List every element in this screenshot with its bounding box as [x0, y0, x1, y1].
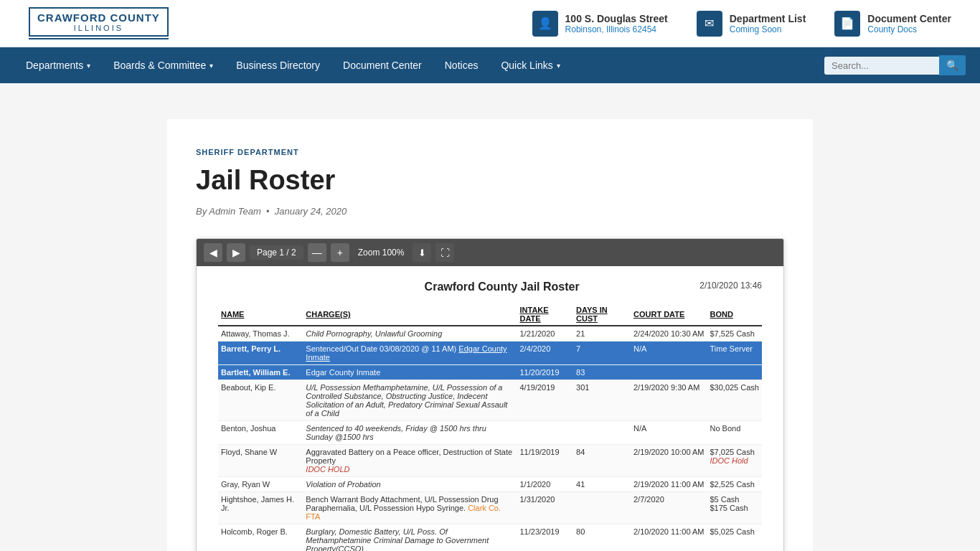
- dept-icon: ✉: [697, 11, 722, 37]
- table-row: Bartlett, William E.Edgar County Inmate1…: [218, 365, 762, 380]
- nav-document-center[interactable]: Document Center: [331, 47, 433, 83]
- col-intake: INTAKE DATE: [517, 303, 574, 326]
- header-link-dept[interactable]: ✉ Department List Coming Soon: [697, 11, 806, 37]
- address-subtitle: Robinson, Illinois 62454: [565, 24, 668, 34]
- cell-charge: Aggravated Battery on a Peace officer, D…: [303, 445, 517, 477]
- cell-bond: Time Server: [707, 342, 762, 365]
- logo-underline: [29, 38, 169, 39]
- cell-court: N/A: [631, 421, 707, 445]
- fullscreen-button[interactable]: ⛶: [435, 243, 454, 262]
- cell-intake: 1/21/2020: [517, 326, 574, 342]
- dept-subtitle: Coming Soon: [730, 24, 806, 34]
- cell-bond: $30,025 Cash: [707, 380, 762, 421]
- table-row: Holcomb, Roger B.Burglary, Domestic Batt…: [218, 524, 762, 552]
- logo-subtitle: ILLINOIS: [37, 24, 160, 32]
- cell-name: Hightshoe, James H. Jr.: [218, 492, 303, 524]
- search-input[interactable]: [824, 57, 939, 75]
- cell-court: 2/7/2020: [631, 492, 707, 524]
- zoom-in-button[interactable]: +: [331, 243, 349, 262]
- cell-bond: $7,525 Cash: [707, 326, 762, 342]
- address-icon: 👤: [532, 11, 558, 37]
- cell-days: 80: [573, 524, 631, 552]
- col-court: COURT DATE: [631, 303, 707, 326]
- cell-intake: 2/4/2020: [517, 342, 574, 365]
- header-link-address[interactable]: 👤 100 S. Douglas Street Robinson, Illino…: [532, 11, 668, 37]
- col-days: DAYS IN CUST: [573, 303, 631, 326]
- cell-name: Gray, Ryan W: [218, 477, 303, 492]
- dept-label: SHERIFF DEPARTMENT: [196, 148, 784, 156]
- cell-name: Bartlett, William E.: [218, 365, 303, 380]
- cell-court: 2/24/2020 10:30 AM: [631, 326, 707, 342]
- address-title: 100 S. Douglas Street: [565, 13, 668, 24]
- nav-business[interactable]: Business Directory: [225, 47, 331, 83]
- cell-bond: $5 Cash$175 Cash: [707, 492, 762, 524]
- docs-title: Document Center: [867, 13, 951, 24]
- cell-charge: Sentenced to 40 weekends, Friday @ 1500 …: [303, 421, 517, 445]
- page-indicator: Page 1 / 2: [250, 245, 303, 260]
- cell-days: [573, 492, 631, 524]
- cell-court: 2/19/2020 10:00 AM: [631, 445, 707, 477]
- dept-title: Department List: [730, 13, 806, 24]
- table-row: Floyd, Shane WAggravated Battery on a Pe…: [218, 445, 762, 477]
- nav-search-area[interactable]: 🔍: [824, 55, 966, 75]
- cell-charge: Violation of Probation: [303, 477, 517, 492]
- zoom-label: Zoom 100%: [354, 248, 409, 258]
- docs-icon: 📄: [834, 11, 860, 37]
- download-button[interactable]: ⬇: [413, 243, 431, 262]
- cell-bond: No Bond: [707, 421, 762, 445]
- cell-bond: $5,025 Cash: [707, 524, 762, 552]
- cell-bond: [707, 365, 762, 380]
- cell-intake: [517, 421, 574, 445]
- table-row: Hightshoe, James H. Jr.Bench Warrant Bod…: [218, 492, 762, 524]
- search-button[interactable]: 🔍: [939, 55, 966, 75]
- col-charges: CHARGE(S): [303, 303, 517, 326]
- cell-charge: Edgar County Inmate: [303, 365, 517, 380]
- cell-charge: Burglary, Domestic Battery, U/L Poss. Of…: [303, 524, 517, 552]
- nav-departments[interactable]: Departments ▾: [14, 47, 102, 83]
- header-link-docs[interactable]: 📄 Document Center County Docs: [834, 11, 951, 37]
- doc-toolbar: ◀ ▶ Page 1 / 2 — + Zoom 100% ⬇ ⛶: [197, 239, 783, 266]
- cell-days: 21: [573, 326, 631, 342]
- cell-days: 301: [573, 380, 631, 421]
- cell-days: [573, 421, 631, 445]
- next-page-button[interactable]: ▶: [227, 243, 245, 262]
- cell-intake: 11/23/2019: [517, 524, 574, 552]
- cell-name: Floyd, Shane W: [218, 445, 303, 477]
- cell-court: 2/10/2020 11:00 AM: [631, 524, 707, 552]
- cell-court: 2/19/2020 11:00 AM: [631, 477, 707, 492]
- cell-days: 84: [573, 445, 631, 477]
- cell-intake: 11/20/2019: [517, 365, 574, 380]
- cell-intake: 1/31/2020: [517, 492, 574, 524]
- table-row: Benton, JoshuaSentenced to 40 weekends, …: [218, 421, 762, 445]
- table-row: Beabout, Kip E.U/L Possession Methamphet…: [218, 380, 762, 421]
- doc-title: Crawford County Jail Roster: [304, 281, 699, 293]
- cell-name: Barrett, Perry L.: [218, 342, 303, 365]
- cell-court: N/A: [631, 342, 707, 365]
- nav-quicklinks[interactable]: Quick Links ▾: [489, 47, 571, 83]
- cell-intake: 11/19/2019: [517, 445, 574, 477]
- logo[interactable]: CRAWFORD COUNTY ILLINOIS: [29, 7, 169, 39]
- nav-boards[interactable]: Boards & Committee ▾: [102, 47, 225, 83]
- chevron-down-icon: ▾: [209, 62, 213, 70]
- cell-court: 2/19/2020 9:30 AM: [631, 380, 707, 421]
- cell-days: 7: [573, 342, 631, 365]
- cell-bond: $2,525 Cash: [707, 477, 762, 492]
- cell-days: 41: [573, 477, 631, 492]
- cell-court: [631, 365, 707, 380]
- cell-charge: Child Pornography, Unlawful Grooming: [303, 326, 517, 342]
- nav-notices[interactable]: Notices: [433, 47, 490, 83]
- cell-bond: $7,025 CashIDOC Hold: [707, 445, 762, 477]
- docs-subtitle: County Docs: [867, 24, 951, 34]
- prev-page-button[interactable]: ◀: [204, 243, 222, 262]
- col-name: NAME: [218, 303, 303, 326]
- cell-name: Holcomb, Roger B.: [218, 524, 303, 552]
- doc-header-row: Crawford County Jail Roster 2/10/2020 13…: [218, 281, 762, 293]
- top-header: CRAWFORD COUNTY ILLINOIS 👤 100 S. Dougla…: [0, 0, 980, 47]
- cell-charge: U/L Possession Methamphetamine, U/L Poss…: [303, 380, 517, 421]
- navbar: Departments ▾ Boards & Committee ▾ Busin…: [0, 47, 980, 83]
- post-author: By Admin Team: [196, 206, 261, 217]
- chevron-down-icon: ▾: [87, 62, 90, 70]
- zoom-out-button[interactable]: —: [308, 243, 326, 262]
- table-row: Barrett, Perry L.Sentenced/Out Date 03/0…: [218, 342, 762, 365]
- cell-charge: Bench Warrant Body Attachment, U/L Posse…: [303, 492, 517, 524]
